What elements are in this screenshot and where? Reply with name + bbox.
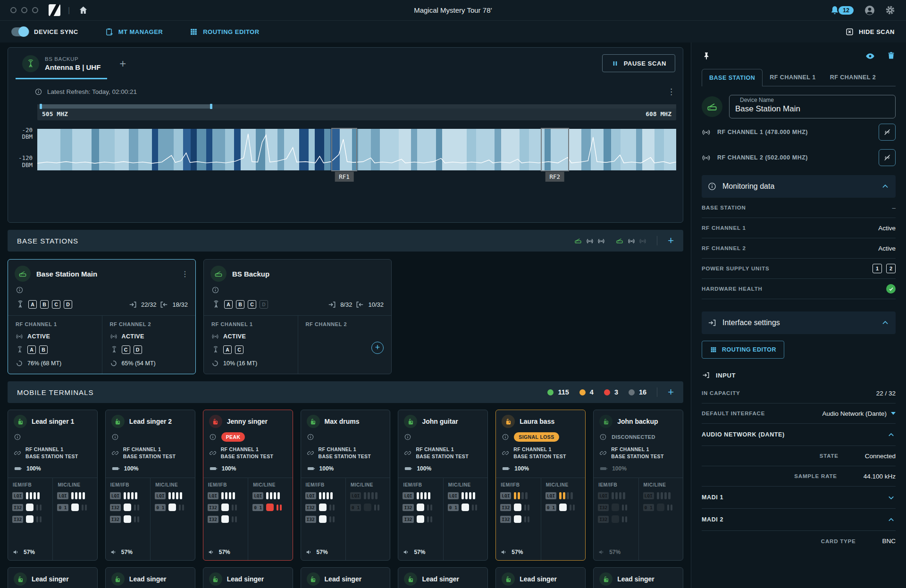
slider-handle-right[interactable]: [210, 104, 212, 109]
rf-channel-load: 76% (68 MT): [16, 360, 94, 367]
terminal-count: 4: [579, 388, 594, 396]
mobile-terminal-card[interactable]: Lead singer: [495, 567, 586, 588]
info-icon[interactable]: [204, 285, 391, 295]
eye-icon[interactable]: [865, 51, 875, 61]
base-station-card[interactable]: Base Station Main ⋮ ABCD 22/32 18/32 RF …: [8, 259, 196, 374]
mobile-terminal-icon: [404, 572, 417, 586]
chevron-down-icon[interactable]: [887, 493, 896, 502]
in-capacity-label: IN CAPACITY: [702, 390, 740, 396]
mobile-terminal-card[interactable]: Lead singer: [203, 567, 293, 588]
mobile-terminal-icon: [209, 572, 222, 586]
monitoring-data-title: Monitoring data: [722, 182, 774, 191]
monitoring-value: –: [892, 204, 896, 211]
sample-rate-row: SAMPLE RATE 44.100 kHz: [702, 466, 896, 487]
device-name-value[interactable]: Base Station Main: [735, 104, 889, 114]
mobile-terminal-card[interactable]: Lead singer: [398, 567, 488, 588]
frequency-range-slider[interactable]: [37, 104, 676, 109]
add-scan-tab-button[interactable]: +: [119, 57, 126, 70]
mobile-terminal-card[interactable]: Lead singer: [105, 567, 195, 588]
caret-down-icon[interactable]: [891, 412, 896, 415]
add-mobile-terminal-button[interactable]: +: [668, 386, 674, 398]
mobile-terminal-card[interactable]: Lead singer 2 RF CHANNEL 1BASE STATION T…: [105, 410, 195, 561]
mobile-terminal-card[interactable]: Lead singer 1 RF CHANNEL 1BASE STATION T…: [8, 410, 98, 561]
scan-tab-active[interactable]: BS BACKUP Antenna B | UHF: [16, 54, 107, 79]
toggle-switch-on[interactable]: [11, 27, 29, 36]
mobile-terminal-name: Lead singer: [129, 575, 167, 583]
madi1-title: MADI 1: [702, 494, 723, 501]
base-station-legend-group: [615, 236, 646, 245]
routing-editor-button[interactable]: ROUTING EDITOR: [189, 27, 259, 36]
trash-icon[interactable]: [887, 51, 896, 60]
chevron-up-icon[interactable]: [887, 515, 896, 524]
device-name-field[interactable]: Device Name Base Station Main: [729, 95, 896, 118]
mobile-terminal-card[interactable]: Laura bass SIGNAL LOSS RF CHANNEL 1BASE …: [495, 410, 586, 561]
psu-box: 2: [886, 264, 896, 273]
info-icon[interactable]: [8, 285, 195, 295]
interface-settings-section-header[interactable]: Interface settings: [702, 311, 896, 334]
mobile-terminal-card[interactable]: Max drums RF CHANNEL 1BASE STATION TEST …: [301, 410, 391, 561]
linked-channel-text: RF CHANNEL 1BASE STATION TEST: [221, 446, 273, 460]
home-icon[interactable]: [78, 5, 88, 15]
window-dot[interactable]: [21, 7, 27, 13]
card-menu-button[interactable]: ⋮: [181, 269, 189, 278]
tab-base-station[interactable]: BASE STATION: [702, 69, 763, 86]
mic-line-meters: MIC/LINE LQI 0 1: [638, 478, 683, 560]
mobile-terminal-card[interactable]: John backup DISCONNECTED RF CHANNEL 1BAS…: [593, 410, 683, 561]
rf-channel-disable-button[interactable]: [879, 149, 896, 166]
device-sync-toggle[interactable]: DEVICE SYNC: [11, 27, 78, 36]
state-row: STATE Connected: [702, 446, 896, 466]
mobile-terminal-card[interactable]: Jenny singer PEAK RF CHANNEL 1BASE STATI…: [203, 410, 293, 561]
iem-ifb-meters: IEM/IFB LQI I32 I32 57%: [203, 478, 248, 560]
mobile-terminal-card[interactable]: John guitar RF CHANNEL 1BASE STATION TES…: [398, 410, 488, 561]
routing-editor-sidebar-button[interactable]: ROUTING EDITOR: [702, 341, 784, 359]
chevron-up-icon[interactable]: [881, 318, 890, 328]
slider-handle-left[interactable]: [40, 104, 42, 109]
chevron-up-icon[interactable]: [887, 430, 896, 439]
window-controls[interactable]: [10, 7, 38, 13]
window-dot[interactable]: [10, 7, 17, 13]
rf-marker[interactable]: RF1: [331, 128, 358, 171]
status-badge: SIGNAL LOSS: [514, 432, 559, 442]
window-dot[interactable]: [32, 7, 38, 13]
madi2-section-header[interactable]: MADI 2: [702, 509, 896, 531]
mobile-terminal-icon: [307, 572, 320, 586]
top-bar: | Magical Mystery Tour 78’ 12: [0, 0, 906, 21]
mic-line-meters: MIC/LINE LQI 0 1: [541, 478, 585, 560]
rf-channel-disable-button[interactable]: [879, 124, 896, 141]
monitoring-data-section-header[interactable]: Monitoring data: [702, 175, 896, 198]
chevron-up-icon[interactable]: [881, 182, 890, 191]
user-avatar-icon[interactable]: [864, 5, 875, 16]
gear-icon[interactable]: [885, 5, 896, 16]
iem-ifb-meters: IEM/IFB LQI I32 I32 57%: [301, 478, 345, 560]
default-interface-row[interactable]: DEFAULT INTERFACE Audio Network (Dante): [702, 403, 896, 424]
pause-scan-button[interactable]: PAUSE SCAN: [602, 54, 675, 72]
scan-menu-button[interactable]: ⋮: [667, 87, 675, 97]
add-base-station-button[interactable]: +: [668, 235, 674, 247]
info-icon: [707, 182, 717, 191]
notifications-button[interactable]: 12: [830, 5, 855, 16]
rf-marker[interactable]: RF2: [541, 128, 569, 171]
mobile-terminal-card[interactable]: Lead singer: [8, 567, 98, 588]
tab-rf-channel-2[interactable]: RF CHANNEL 2: [823, 69, 883, 86]
mobile-terminal-icon: [14, 572, 27, 586]
antenna-port: D: [64, 300, 72, 309]
spectrum-chart[interactable]: RF1RF2: [37, 129, 676, 170]
input-icon: [702, 371, 710, 379]
mobile-terminal-card[interactable]: Lead singer: [593, 567, 683, 588]
tab-rf-channel-1[interactable]: RF CHANNEL 1: [763, 69, 822, 86]
iem-ifb-meters: IEM/IFB LQI I32 I32 57%: [106, 478, 150, 560]
status-badge: DISCONNECTED: [612, 434, 655, 440]
mobile-terminal-name: Lead singer 1: [32, 418, 74, 425]
hide-scan-button[interactable]: HIDE SCAN: [845, 27, 895, 36]
pin-icon[interactable]: [702, 51, 711, 61]
audio-network-section-header[interactable]: AUDIO NETWORK (DANTE): [702, 424, 896, 446]
base-station-card[interactable]: BS Backup ABCD 8/32 10/32 RF CHANNEL 1 A…: [203, 259, 392, 374]
mt-manager-button[interactable]: MT MANAGER: [105, 27, 163, 36]
mobile-terminal-card[interactable]: Lead singer: [301, 567, 391, 588]
rf-channel-load: 65% (54 MT): [110, 360, 188, 367]
state-label: STATE: [820, 453, 839, 459]
status-dot: [629, 389, 635, 395]
sample-rate-label: SAMPLE RATE: [794, 473, 837, 479]
madi1-section-header[interactable]: MADI 1: [702, 487, 896, 509]
add-rf-channel-button[interactable]: +: [371, 342, 384, 354]
